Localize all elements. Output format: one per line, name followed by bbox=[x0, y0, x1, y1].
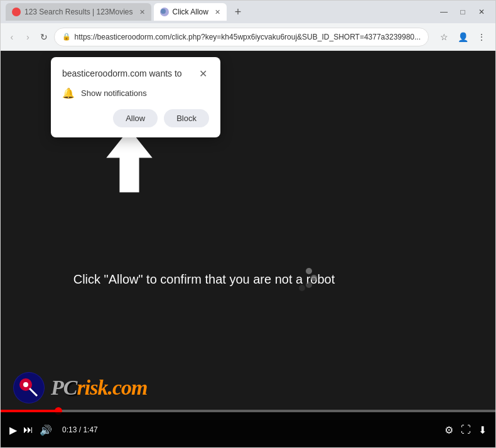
bookmark-button[interactable]: ☆ bbox=[435, 28, 453, 46]
play-button[interactable]: ▶ bbox=[9, 424, 17, 436]
security-icon: 🔒 bbox=[62, 33, 71, 41]
tab-123movies-label: 123 Search Results | 123Movies bbox=[24, 8, 133, 16]
loading-spinner bbox=[285, 261, 320, 296]
main-captcha-text: Click "Allow" to confirm that you are no… bbox=[38, 270, 370, 288]
notification-popup: beasticeroodorm.com wants to ✕ 🔔 Show no… bbox=[51, 57, 220, 137]
refresh-button[interactable]: ↻ bbox=[38, 28, 50, 46]
popup-buttons: Allow Block bbox=[62, 109, 209, 127]
back-button[interactable]: ‹ bbox=[6, 28, 18, 46]
url-text: https://beasticeroodorm.com/click.php?ke… bbox=[75, 33, 421, 41]
url-bar[interactable]: 🔒 https://beasticeroodorm.com/click.php?… bbox=[54, 28, 429, 46]
right-controls: ⚙ ⛶ ⬇ bbox=[445, 424, 487, 436]
watermark-logo bbox=[13, 372, 45, 403]
browser-window: 123 Search Results | 123Movies ✕ Click A… bbox=[0, 0, 496, 448]
svg-point-4 bbox=[306, 282, 312, 288]
page-content: beasticeroodorm.com wants to ✕ 🔔 Show no… bbox=[1, 51, 495, 447]
forward-button[interactable]: › bbox=[22, 28, 35, 46]
fullscreen-button[interactable]: ⛶ bbox=[461, 424, 471, 435]
maximize-button[interactable]: □ bbox=[454, 6, 472, 18]
svg-point-5 bbox=[299, 285, 305, 291]
block-button[interactable]: Block bbox=[164, 109, 209, 127]
favicon-123movies bbox=[12, 8, 21, 16]
favicon-clickallow bbox=[160, 8, 169, 16]
tab-clickallow-close[interactable]: ✕ bbox=[215, 8, 220, 16]
spinner-container bbox=[285, 261, 320, 298]
watermark-risk: risk.com bbox=[77, 376, 147, 399]
watermark: PCrisk.com bbox=[13, 372, 147, 403]
address-bar: ‹ › ↻ 🔒 https://beasticeroodorm.com/clic… bbox=[1, 23, 495, 51]
logo-icon bbox=[13, 372, 45, 403]
allow-button[interactable]: Allow bbox=[113, 109, 158, 127]
title-bar: 123 Search Results | 123Movies ✕ Click A… bbox=[1, 1, 495, 23]
tab-clickallow-label: Click Allow bbox=[173, 8, 208, 16]
tab-123movies-close[interactable]: ✕ bbox=[139, 8, 145, 16]
bell-icon: 🔔 bbox=[62, 87, 75, 99]
window-controls: — □ ✕ bbox=[435, 6, 490, 18]
menu-button[interactable]: ⋮ bbox=[473, 28, 490, 46]
tab-123movies[interactable]: 123 Search Results | 123Movies ✕ bbox=[6, 3, 151, 21]
volume-button[interactable]: 🔊 bbox=[40, 424, 52, 436]
tab-clickallow[interactable]: Click Allow ✕ bbox=[154, 3, 227, 21]
watermark-text: PCrisk.com bbox=[51, 376, 147, 400]
profile-button[interactable]: 👤 bbox=[454, 28, 472, 46]
svg-point-3 bbox=[311, 275, 317, 281]
popup-title: beasticeroodorm.com wants to bbox=[62, 68, 182, 78]
skip-button[interactable]: ⏭ bbox=[23, 424, 33, 435]
close-button[interactable]: ✕ bbox=[473, 6, 490, 18]
new-tab-button[interactable]: + bbox=[229, 3, 247, 21]
svg-marker-1 bbox=[106, 129, 152, 193]
minimize-button[interactable]: — bbox=[435, 6, 453, 18]
watermark-pc: P bbox=[51, 376, 63, 399]
download-button[interactable]: ⬇ bbox=[478, 424, 487, 436]
svg-point-8 bbox=[23, 382, 28, 387]
svg-point-2 bbox=[306, 268, 312, 274]
svg-point-0 bbox=[161, 9, 166, 14]
toolbar-actions: ☆ 👤 ⋮ bbox=[435, 28, 490, 46]
video-controls: ▶ ⏭ 🔊 0:13 / 1:47 ⚙ ⛶ ⬇ bbox=[1, 412, 495, 447]
time-total: 1:47 bbox=[83, 425, 97, 434]
popup-notification-row: 🔔 Show notifications bbox=[62, 87, 209, 99]
notification-label: Show notifications bbox=[81, 88, 147, 98]
popup-header: beasticeroodorm.com wants to ✕ bbox=[62, 67, 209, 80]
popup-close-button[interactable]: ✕ bbox=[197, 67, 209, 80]
time-current: 0:13 bbox=[62, 425, 77, 434]
settings-button[interactable]: ⚙ bbox=[445, 424, 453, 436]
time-display: 0:13 / 1:47 bbox=[62, 425, 98, 434]
